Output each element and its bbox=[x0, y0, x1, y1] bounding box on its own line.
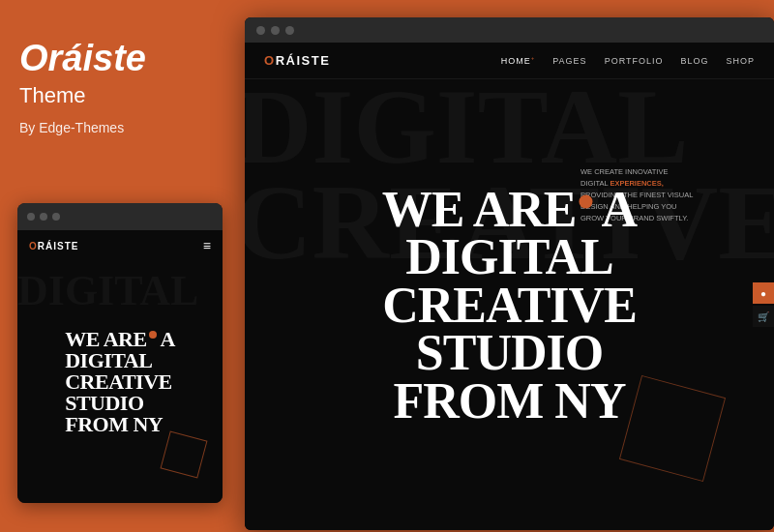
browser-dot-1 bbox=[27, 213, 35, 221]
desktop-preview: ORÁISTE HOME+ PAGES PORTFOLIO BLOG SHOP … bbox=[245, 17, 774, 530]
nav-link-pages[interactable]: PAGES bbox=[552, 56, 586, 66]
nav-link-shop[interactable]: SHOP bbox=[726, 56, 755, 66]
theme-author: By Edge-Themes bbox=[19, 120, 221, 135]
mobile-preview: ORÁISTE ≡ DIGITAL WE ARE A DIGITAL CREAT… bbox=[17, 203, 223, 503]
browser-dot-3 bbox=[52, 213, 60, 221]
desktop-browser-dot-3 bbox=[285, 26, 294, 35]
nav-link-home[interactable]: HOME+ bbox=[501, 55, 536, 66]
desktop-browser-bar bbox=[245, 17, 774, 43]
desktop-browser-dot-2 bbox=[271, 26, 280, 35]
desktop-logo: ORÁISTE bbox=[264, 53, 330, 68]
desktop-nav-links: HOME+ PAGES PORTFOLIO BLOG SHOP bbox=[501, 55, 755, 66]
desktop-hero-heading: WE ARE A DIGITAL CREATIVE STUDIO FROM NY bbox=[245, 186, 774, 425]
orange-dot bbox=[149, 331, 157, 339]
mobile-nav: ORÁISTE ≡ bbox=[17, 230, 223, 261]
desktop-nav: ORÁISTE HOME+ PAGES PORTFOLIO BLOG SHOP bbox=[245, 43, 774, 79]
mobile-hero: DIGITAL WE ARE A DIGITAL CREATIVE STUDIO… bbox=[17, 261, 223, 503]
desktop-browser-dot-1 bbox=[256, 26, 265, 35]
desktop-hero-main: WE ARE A DIGITAL CREATIVE STUDIO FROM NY bbox=[245, 186, 774, 425]
mobile-browser-bar bbox=[17, 203, 223, 230]
theme-title: Oráiste bbox=[19, 39, 221, 79]
mobile-bg-text: DIGITAL bbox=[17, 266, 223, 315]
desktop-hero: DIGITALCREATIVE WE ARE A DIGITAL CREATIV… bbox=[245, 79, 774, 530]
desktop-logo-accent: O bbox=[264, 53, 276, 68]
mobile-hero-heading: WE ARE A DIGITAL CREATIVE STUDIO FROM NY bbox=[65, 329, 175, 435]
desktop-orange-dot bbox=[579, 194, 592, 208]
hamburger-icon[interactable]: ≡ bbox=[203, 238, 211, 253]
theme-subtitle: Theme bbox=[19, 83, 221, 108]
nav-link-blog[interactable]: BLOG bbox=[680, 56, 708, 66]
mobile-logo-accent: O bbox=[29, 241, 38, 251]
nav-link-portfolio[interactable]: PORTFOLIO bbox=[605, 56, 664, 66]
browser-dot-2 bbox=[40, 213, 47, 221]
mobile-logo: ORÁISTE bbox=[29, 241, 78, 251]
mobile-hero-text: WE ARE A DIGITAL CREATIVE STUDIO FROM NY bbox=[53, 319, 187, 445]
